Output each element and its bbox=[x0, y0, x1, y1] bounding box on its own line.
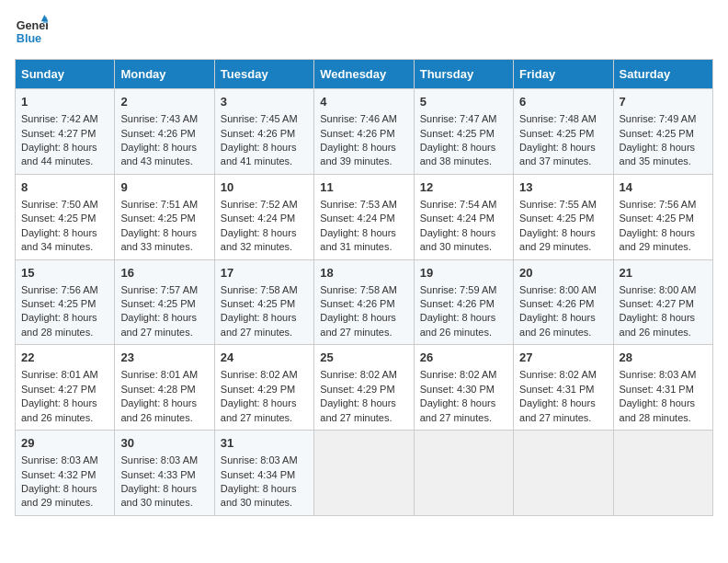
sunrise-label: Sunrise: 7:42 AM bbox=[21, 113, 98, 124]
day-number: 21 bbox=[620, 265, 707, 282]
sunset-label: Sunset: 4:24 PM bbox=[221, 213, 295, 224]
sunrise-label: Sunrise: 7:45 AM bbox=[221, 113, 298, 124]
sunrise-label: Sunrise: 8:02 AM bbox=[221, 369, 298, 380]
day-number: 31 bbox=[221, 435, 308, 452]
sunset-label: Sunset: 4:26 PM bbox=[420, 298, 495, 309]
sunrise-label: Sunrise: 7:52 AM bbox=[221, 199, 298, 210]
sunrise-label: Sunrise: 8:02 AM bbox=[320, 369, 397, 380]
daylight-label: Daylight: 8 hours and 41 minutes. bbox=[221, 142, 297, 167]
day-number: 24 bbox=[221, 350, 308, 366]
daylight-label: Daylight: 8 hours and 43 minutes. bbox=[120, 142, 197, 167]
daylight-label: Daylight: 8 hours and 38 minutes. bbox=[420, 142, 496, 167]
calendar-cell: 12 Sunrise: 7:54 AM Sunset: 4:24 PM Dayl… bbox=[414, 174, 513, 259]
calendar-cell: 28 Sunrise: 8:03 AM Sunset: 4:31 PM Dayl… bbox=[613, 345, 712, 431]
calendar-cell: 13 Sunrise: 7:55 AM Sunset: 4:25 PM Dayl… bbox=[514, 174, 613, 259]
day-number: 29 bbox=[21, 435, 108, 452]
day-number: 1 bbox=[21, 94, 108, 110]
daylight-label: Daylight: 8 hours and 31 minutes. bbox=[320, 227, 396, 252]
day-number: 16 bbox=[120, 265, 208, 282]
sunset-label: Sunset: 4:24 PM bbox=[420, 213, 495, 224]
weekday-row: SundayMondayTuesdayWednesdayThursdayFrid… bbox=[16, 60, 713, 89]
sunrise-label: Sunrise: 7:48 AM bbox=[519, 113, 597, 124]
sunset-label: Sunset: 4:31 PM bbox=[620, 384, 694, 395]
day-number: 2 bbox=[120, 94, 208, 110]
calendar-cell: 25 Sunrise: 8:02 AM Sunset: 4:29 PM Dayl… bbox=[314, 345, 414, 431]
daylight-label: Daylight: 8 hours and 26 minutes. bbox=[420, 312, 496, 337]
daylight-label: Daylight: 8 hours and 27 minutes. bbox=[221, 397, 297, 422]
calendar-header: SundayMondayTuesdayWednesdayThursdayFrid… bbox=[16, 60, 713, 89]
calendar-cell bbox=[314, 431, 414, 516]
sunset-label: Sunset: 4:25 PM bbox=[620, 128, 694, 139]
sunrise-label: Sunrise: 7:56 AM bbox=[21, 284, 98, 295]
day-number: 7 bbox=[620, 94, 707, 110]
daylight-label: Daylight: 8 hours and 27 minutes. bbox=[320, 397, 396, 422]
daylight-label: Daylight: 8 hours and 39 minutes. bbox=[320, 142, 396, 167]
sunset-label: Sunset: 4:25 PM bbox=[221, 298, 295, 309]
sunrise-label: Sunrise: 7:47 AM bbox=[420, 113, 497, 124]
sunset-label: Sunset: 4:26 PM bbox=[221, 128, 295, 139]
calendar-cell: 24 Sunrise: 8:02 AM Sunset: 4:29 PM Dayl… bbox=[214, 345, 313, 431]
daylight-label: Daylight: 8 hours and 37 minutes. bbox=[519, 142, 596, 167]
daylight-label: Daylight: 8 hours and 26 minutes. bbox=[120, 397, 197, 422]
calendar-cell: 30 Sunrise: 8:03 AM Sunset: 4:33 PM Dayl… bbox=[115, 431, 214, 516]
daylight-label: Daylight: 8 hours and 30 minutes. bbox=[221, 483, 297, 508]
day-number: 8 bbox=[21, 179, 108, 196]
calendar-cell: 6 Sunrise: 7:48 AM Sunset: 4:25 PM Dayli… bbox=[514, 89, 613, 175]
sunset-label: Sunset: 4:27 PM bbox=[620, 298, 694, 309]
daylight-label: Daylight: 8 hours and 27 minutes. bbox=[320, 312, 396, 337]
daylight-label: Daylight: 8 hours and 29 minutes. bbox=[620, 227, 696, 252]
sunrise-label: Sunrise: 7:56 AM bbox=[620, 199, 697, 210]
sunset-label: Sunset: 4:29 PM bbox=[221, 384, 295, 395]
calendar-week-row: 22 Sunrise: 8:01 AM Sunset: 4:27 PM Dayl… bbox=[16, 345, 713, 431]
sunrise-label: Sunrise: 8:03 AM bbox=[221, 454, 298, 465]
daylight-label: Daylight: 8 hours and 26 minutes. bbox=[21, 397, 97, 422]
sunrise-label: Sunrise: 7:54 AM bbox=[420, 199, 497, 210]
sunset-label: Sunset: 4:25 PM bbox=[420, 128, 495, 139]
logo: General Blue bbox=[15, 15, 51, 48]
calendar-cell: 4 Sunrise: 7:46 AM Sunset: 4:26 PM Dayli… bbox=[314, 89, 414, 175]
daylight-label: Daylight: 8 hours and 27 minutes. bbox=[519, 397, 596, 422]
day-number: 4 bbox=[320, 94, 407, 110]
sunset-label: Sunset: 4:25 PM bbox=[120, 298, 195, 309]
day-number: 14 bbox=[620, 179, 707, 196]
calendar-cell: 20 Sunrise: 8:00 AM Sunset: 4:26 PM Dayl… bbox=[514, 259, 613, 345]
day-number: 5 bbox=[420, 94, 507, 110]
day-number: 22 bbox=[21, 350, 108, 366]
weekday-header: Thursday bbox=[414, 60, 513, 89]
calendar-week-row: 1 Sunrise: 7:42 AM Sunset: 4:27 PM Dayli… bbox=[16, 89, 713, 175]
sunset-label: Sunset: 4:34 PM bbox=[221, 469, 295, 480]
calendar-body: 1 Sunrise: 7:42 AM Sunset: 4:27 PM Dayli… bbox=[16, 89, 713, 516]
weekday-header: Saturday bbox=[613, 60, 712, 89]
daylight-label: Daylight: 8 hours and 32 minutes. bbox=[221, 227, 297, 252]
calendar-cell: 19 Sunrise: 7:59 AM Sunset: 4:26 PM Dayl… bbox=[414, 259, 513, 345]
sunset-label: Sunset: 4:25 PM bbox=[519, 128, 594, 139]
daylight-label: Daylight: 8 hours and 26 minutes. bbox=[519, 312, 596, 337]
daylight-label: Daylight: 8 hours and 27 minutes. bbox=[120, 312, 197, 337]
sunrise-label: Sunrise: 8:00 AM bbox=[620, 284, 697, 295]
day-number: 6 bbox=[519, 94, 607, 110]
sunset-label: Sunset: 4:28 PM bbox=[120, 384, 195, 395]
calendar-cell: 29 Sunrise: 8:03 AM Sunset: 4:32 PM Dayl… bbox=[16, 431, 115, 516]
daylight-label: Daylight: 8 hours and 27 minutes. bbox=[420, 397, 496, 422]
calendar-cell: 31 Sunrise: 8:03 AM Sunset: 4:34 PM Dayl… bbox=[214, 431, 313, 516]
day-number: 26 bbox=[420, 350, 507, 366]
calendar-cell: 23 Sunrise: 8:01 AM Sunset: 4:28 PM Dayl… bbox=[115, 345, 214, 431]
calendar-cell: 3 Sunrise: 7:45 AM Sunset: 4:26 PM Dayli… bbox=[214, 89, 313, 175]
day-number: 10 bbox=[221, 179, 308, 196]
sunrise-label: Sunrise: 7:46 AM bbox=[320, 113, 397, 124]
calendar-week-row: 15 Sunrise: 7:56 AM Sunset: 4:25 PM Dayl… bbox=[16, 259, 713, 345]
sunrise-label: Sunrise: 7:55 AM bbox=[519, 199, 597, 210]
day-number: 3 bbox=[221, 94, 308, 110]
sunrise-label: Sunrise: 7:53 AM bbox=[320, 199, 397, 210]
sunrise-label: Sunrise: 7:43 AM bbox=[120, 113, 198, 124]
sunset-label: Sunset: 4:26 PM bbox=[519, 298, 594, 309]
calendar-cell: 5 Sunrise: 7:47 AM Sunset: 4:25 PM Dayli… bbox=[414, 89, 513, 175]
calendar-cell: 1 Sunrise: 7:42 AM Sunset: 4:27 PM Dayli… bbox=[16, 89, 115, 175]
daylight-label: Daylight: 8 hours and 29 minutes. bbox=[21, 483, 97, 508]
day-number: 9 bbox=[120, 179, 208, 196]
calendar-cell: 15 Sunrise: 7:56 AM Sunset: 4:25 PM Dayl… bbox=[16, 259, 115, 345]
header: General Blue bbox=[15, 15, 713, 48]
calendar-cell: 27 Sunrise: 8:02 AM Sunset: 4:31 PM Dayl… bbox=[514, 345, 613, 431]
sunset-label: Sunset: 4:26 PM bbox=[320, 128, 394, 139]
sunset-label: Sunset: 4:27 PM bbox=[21, 384, 96, 395]
